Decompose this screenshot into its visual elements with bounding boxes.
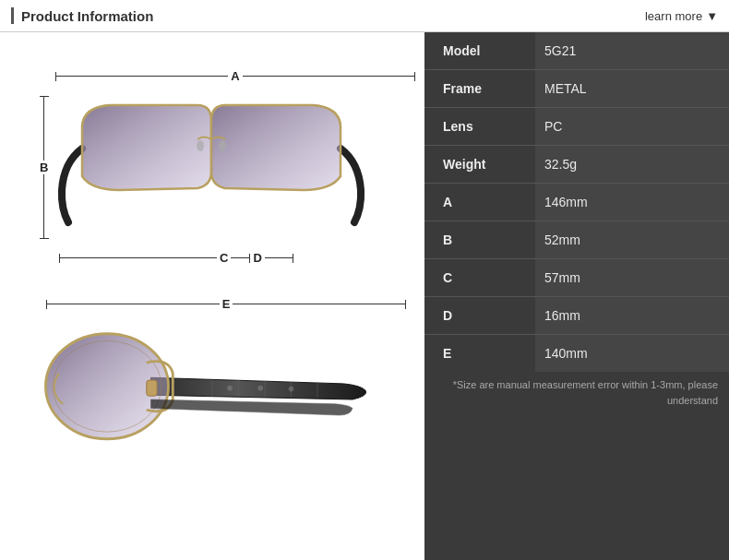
svg-point-1 xyxy=(219,140,226,151)
line-a xyxy=(56,76,228,77)
spec-row: FrameMETAL xyxy=(424,70,729,108)
tick-bottom-b xyxy=(40,238,49,239)
line-c2 xyxy=(231,257,249,258)
main-content: A B xyxy=(0,32,729,560)
line-a2 xyxy=(243,76,414,77)
label-a: A xyxy=(228,69,242,83)
label-e: E xyxy=(220,297,233,311)
left-panel: A B xyxy=(0,32,424,560)
spec-value: 52mm xyxy=(535,221,729,258)
spec-value: 32.5g xyxy=(535,146,729,183)
spec-row: A146mm xyxy=(424,184,729,221)
spec-value: PC xyxy=(535,108,729,145)
spec-row: C57mm xyxy=(424,259,729,297)
svg-point-3 xyxy=(257,386,263,391)
line-d xyxy=(265,257,293,258)
glasses-side-image xyxy=(37,316,388,483)
dimension-a-line: A xyxy=(55,69,415,83)
front-view-area: A B xyxy=(9,42,415,283)
spec-label: D xyxy=(424,297,535,334)
spec-label: Weight xyxy=(424,146,535,183)
spec-label: Lens xyxy=(424,108,535,145)
spec-row: Model5G21 xyxy=(424,32,729,70)
spec-value: 5G21 xyxy=(535,32,729,69)
label-c: C xyxy=(217,251,231,265)
learn-more-button[interactable]: learn more ▼ xyxy=(645,9,718,23)
svg-point-2 xyxy=(227,386,233,391)
tick-right-d xyxy=(293,254,293,263)
dropdown-arrow-icon: ▼ xyxy=(706,9,718,23)
spec-value: 16mm xyxy=(535,297,729,334)
spec-row: B52mm xyxy=(424,221,729,259)
learn-more-label: learn more xyxy=(645,9,702,23)
spec-row: Weight32.5g xyxy=(424,146,729,184)
header-divider-icon xyxy=(11,7,14,24)
measurement-note: *Size are manual measurement error withi… xyxy=(424,372,729,413)
spec-row: D16mm xyxy=(424,297,729,335)
spec-label: C xyxy=(424,259,535,296)
svg-point-0 xyxy=(197,140,204,151)
dimension-b-container: B xyxy=(37,96,51,239)
line-c xyxy=(60,257,217,258)
line-b xyxy=(43,97,44,161)
spec-row: LensPC xyxy=(424,108,729,146)
line-b2 xyxy=(43,174,44,238)
spec-label: B xyxy=(424,221,535,258)
dimension-e-line: E xyxy=(46,297,406,311)
header-left: Product Information xyxy=(11,7,153,24)
spec-value: METAL xyxy=(535,70,729,107)
spec-label: Frame xyxy=(424,70,535,107)
spec-label: E xyxy=(424,335,535,372)
specs-table: Model5G21FrameMETALLensPCWeight32.5gA146… xyxy=(424,32,729,372)
side-view-area: E xyxy=(9,283,415,495)
line-e xyxy=(47,304,220,304)
spec-value: 146mm xyxy=(535,184,729,220)
line-e2 xyxy=(233,304,405,304)
glasses-front-image xyxy=(54,89,368,245)
cd-dimensions-row: C D xyxy=(59,251,397,265)
spec-value: 140mm xyxy=(535,335,729,372)
label-b: B xyxy=(37,161,51,174)
label-d: D xyxy=(250,251,264,265)
tick-right-a xyxy=(414,72,415,81)
svg-rect-7 xyxy=(147,380,157,396)
specs-panel: Model5G21FrameMETALLensPCWeight32.5gA146… xyxy=(424,32,729,560)
spec-row: E140mm xyxy=(424,335,729,372)
page-title: Product Information xyxy=(21,8,153,24)
tick-right-e xyxy=(405,300,406,309)
spec-label: Model xyxy=(424,32,535,69)
spec-label: A xyxy=(424,184,535,220)
page-header: Product Information learn more ▼ xyxy=(0,0,729,32)
spec-value: 57mm xyxy=(535,259,729,296)
front-glasses-row: B xyxy=(37,89,397,245)
svg-point-4 xyxy=(289,387,294,392)
